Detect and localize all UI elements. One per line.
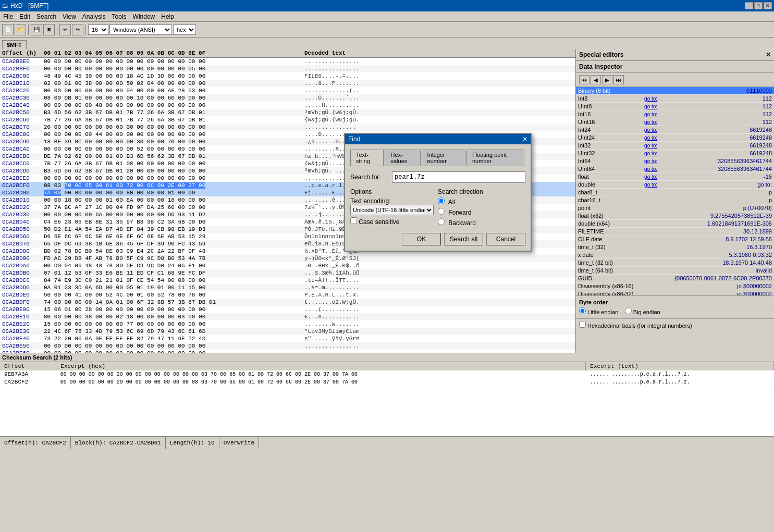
special-editors-close[interactable]: ✕ — [766, 51, 771, 58]
di-last-button[interactable]: ⏭ — [613, 75, 624, 84]
hex-row-bytes[interactable]: 15 06 01 00 28 00 00 00 00 00 00 00 00 0… — [44, 306, 304, 313]
open-button[interactable]: 📂 — [15, 24, 26, 35]
di-goto[interactable] — [642, 259, 661, 267]
big-endian-label[interactable]: Big endian — [625, 309, 660, 315]
hex-row-bytes[interactable]: 7A 00 00 00 00 00 00 00 80 00 00 08 01 0… — [44, 189, 304, 196]
case-sensitive-checkbox[interactable] — [350, 217, 357, 224]
find-tab-int[interactable]: Integer number — [422, 150, 465, 166]
hex-row[interactable]: 0CA2BE2015 00 00 00 00 00 00 00 77 00 00… — [0, 320, 575, 328]
hex-row-bytes[interactable]: 74 00 00 00 00 14 0A 01 00 6F 32 8B 57 3… — [44, 299, 304, 306]
maximize-button[interactable]: □ — [754, 2, 763, 9]
di-goto[interactable] — [642, 228, 661, 236]
di-goto[interactable]: go to: — [642, 173, 661, 181]
menu-window[interactable]: Window — [130, 12, 158, 21]
hex-row-bytes[interactable]: B3 6D 56 62 3B 67 DB 01 20 00 00 00 00 0… — [44, 167, 304, 175]
di-goto[interactable] — [642, 282, 661, 290]
di-goto[interactable]: go to: — [642, 110, 661, 118]
di-goto[interactable] — [642, 275, 661, 282]
data-format-select[interactable]: hex — [173, 24, 196, 35]
find-tab-float[interactable]: Floating point number — [466, 150, 524, 166]
find-tab-hex[interactable]: Hex-values — [385, 150, 420, 166]
menu-edit[interactable]: Edit — [16, 12, 33, 21]
di-prev-button[interactable]: ◀ — [591, 75, 601, 84]
di-first-button[interactable]: ⏮ — [579, 75, 589, 84]
di-goto[interactable] — [642, 196, 661, 204]
di-scroll[interactable]: Binary (8 bit)01110000Int8go to:112UInt8… — [576, 87, 774, 295]
hex-row-bytes[interactable]: 50 D2 81 4A 54 EA 87 48 EF 84 39 CB 98 E… — [44, 226, 304, 233]
di-goto[interactable] — [642, 189, 661, 196]
find-close-button[interactable]: ✕ — [522, 135, 527, 143]
hex-row-bytes[interactable]: 15 00 00 00 00 00 00 00 77 00 00 00 00 0… — [44, 320, 304, 328]
di-goto[interactable] — [642, 204, 661, 212]
hex-row-bytes[interactable]: 00 00 00 00 00 00 00 00 00 00 00 00 00 0… — [44, 350, 304, 353]
di-goto[interactable] — [642, 87, 661, 95]
case-sensitive-label[interactable]: Case sensitive — [350, 218, 399, 226]
close-button[interactable]: ✕ — [764, 2, 772, 9]
hex-row-bytes[interactable]: 08 00 DB 01 00 00 00 00 00 10 00 00 60 0… — [44, 94, 304, 102]
di-goto[interactable]: go to: — [642, 150, 661, 157]
hex-row[interactable]: 0CA2BC0046 49 4C 45 30 00 00 00 18 AC 1D… — [0, 72, 575, 80]
hex-row-bytes[interactable]: BD 02 78 D0 B0 54 8E 03 C9 E4 2C 2A 22 B… — [44, 248, 304, 255]
find-tab-text[interactable]: Text-string — [350, 150, 384, 166]
hex-row-bytes[interactable]: 00 00 00 00 00 00 00 00 00 00 00 00 00 0… — [44, 175, 304, 182]
hex-row-bytes[interactable]: 0A 01 23 3D 0A 6D 00 00 05 01 19 01 00 1… — [44, 284, 304, 291]
hex-row-bytes[interactable]: 22 4C 6F 76 33 4D 79 53 6C 69 6D 79 43 6… — [44, 328, 304, 335]
hex-row-bytes[interactable]: 50 00 00 41 00 00 52 4C 00 01 00 52 78 0… — [44, 291, 304, 299]
di-goto[interactable]: go to: — [642, 95, 661, 103]
hex-row[interactable]: 0CA2BC2000 00 00 00 00 00 00 00 04 00 00… — [0, 87, 575, 94]
hex-row-bytes[interactable]: 00 D0 04 06 48 48 78 80 5F C9 9C D0 24 0… — [44, 262, 304, 269]
hexdec-basis-label[interactable]: Hexadecimal basis (for integral numbers) — [579, 323, 692, 329]
hex-row-bytes[interactable]: DE 7A 02 62 00 00 01 00 B3 6D 56 62 3B 6… — [44, 153, 304, 160]
hex-row[interactable]: 0CA2BDB007 01 12 53 0F 33 E6 BE 11 ED CF… — [0, 269, 575, 277]
hex-row-bytes[interactable]: 37 7A BC AF 27 1C 00 04 FD 9F DA 25 60 0… — [44, 204, 304, 211]
di-goto[interactable]: go to: — [642, 165, 661, 173]
hex-row-bytes[interactable]: 00 00 00 00 00 00 00 00 00 00 00 00 00 0… — [44, 58, 304, 65]
di-goto[interactable] — [642, 267, 661, 275]
menu-file[interactable]: File — [0, 12, 16, 21]
hex-row[interactable]: 0CA2BDA000 D0 04 06 48 48 78 80 5F C9 9C… — [0, 262, 575, 269]
hex-row-bytes[interactable]: C4 E6 23 06 EB 8E 31 35 97 B8 38 C2 3A 6… — [44, 218, 304, 226]
menu-analysis[interactable]: Analysis — [79, 12, 109, 21]
hex-row-bytes[interactable]: 7B 77 26 6A 3B 67 DB 01 08 00 00 00 00 0… — [44, 160, 304, 167]
table-row[interactable]: 9EB7A3A00 00 00 00 00 00 20 00 00 00 00 … — [0, 370, 774, 378]
di-goto[interactable] — [642, 212, 661, 220]
hex-row-bytes[interactable]: 00 00 00 00 00 44 00 00 00 00 00 00 00 0… — [44, 131, 304, 138]
hex-row-bytes[interactable]: 46 49 4C 45 30 00 00 00 18 AC 1D 3D 00 0… — [44, 72, 304, 80]
hex-row[interactable]: 0CA2BDC084 74 E9 3D C0 21 21 01 0F CE 54… — [0, 277, 575, 284]
di-next-button[interactable]: ▶ — [602, 75, 612, 84]
direction-forward-label[interactable]: Forward — [438, 209, 471, 216]
minimize-button[interactable]: ─ — [745, 2, 753, 9]
hex-row[interactable]: 0CA2BBE000 00 00 00 00 00 00 00 00 00 00… — [0, 58, 575, 65]
column-width-select[interactable]: 16 — [88, 24, 108, 35]
hex-row[interactable]: 0CA2BDF074 00 00 00 00 14 0A 01 00 6F 32… — [0, 299, 575, 306]
hex-row-bytes[interactable]: 7B 77 26 6A 3B 67 DB 01 7B 77 26 6A 3B 6… — [44, 116, 304, 123]
menu-search[interactable]: Search — [33, 12, 59, 21]
direction-backward-label[interactable]: Backward — [438, 219, 476, 227]
text-encoding-select[interactable]: Unicode (UTF-16 little endian) — [350, 205, 434, 215]
hex-row[interactable]: 0CA2BC607B 77 26 6A 3B 67 DB 01 7B 77 26… — [0, 116, 575, 123]
hex-row-bytes[interactable]: 00 00 00 00 00 00 00 00 04 00 00 00 AF 2… — [44, 87, 304, 94]
hex-row[interactable]: 0CA2BE5000 00 00 00 00 00 00 00 00 00 00… — [0, 342, 575, 350]
hex-row-bytes[interactable]: 02 00 01 00 38 00 00 00 50 02 04 00 00 0… — [44, 80, 304, 87]
hex-row-bytes[interactable]: 07 01 12 53 0F 33 E6 BE 11 ED CF C1 68 9… — [44, 269, 304, 277]
di-goto[interactable]: go to: — [642, 103, 661, 110]
di-goto[interactable]: go to: — [642, 142, 661, 150]
hex-row-bytes[interactable]: 80 00 00 00 38 00 00 02 18 00 00 00 00 0… — [44, 313, 304, 320]
hex-row[interactable]: 0CA2BE6000 00 00 00 00 00 00 00 00 00 00… — [0, 350, 575, 353]
hex-row-bytes[interactable]: 00 00 18 00 00 00 01 00 EA 00 00 00 18 0… — [44, 196, 304, 204]
hexdec-basis-checkbox[interactable] — [579, 321, 586, 328]
redo-button[interactable]: ↪ — [72, 24, 83, 35]
hex-row-bytes[interactable]: 20 00 00 00 00 00 00 00 00 00 00 00 00 0… — [44, 123, 304, 131]
hex-row-bytes[interactable]: 18 BF 39 0C 00 00 00 00 00 30 00 00 70 0… — [44, 138, 304, 145]
hex-row-bytes[interactable]: 00 00 00 00 00 48 00 00 00 00 00 00 00 0… — [44, 102, 304, 109]
hex-row[interactable]: 0CA2BD90FD AC 29 DB 4F AB 78 B0 5F C9 9C… — [0, 255, 575, 262]
di-goto[interactable] — [642, 236, 661, 243]
hex-row-bytes[interactable]: 00 00 00 00 00 00 00 00 00 00 00 00 00 0… — [44, 65, 304, 72]
hex-row-bytes[interactable]: 65 DF DC 69 38 1B 6E 86 45 6F CF 39 90 F… — [44, 240, 304, 248]
tab-mft[interactable]: $MFT — [2, 40, 27, 49]
hex-row-bytes[interactable]: 08 03 70 00 65 00 61 00 72 00 6C 00 2E 0… — [44, 182, 304, 189]
new-button[interactable]: 📄 — [2, 24, 14, 35]
hex-row-bytes[interactable]: FD AC 29 DB 4F AB 78 B0 5F C9 9C D8 B0 5… — [44, 255, 304, 262]
table-row[interactable]: CA2BCF200 00 00 00 00 00 20 00 00 00 00 … — [0, 378, 774, 386]
hex-row[interactable]: 0CA2BC1002 00 01 00 38 00 00 00 50 02 04… — [0, 80, 575, 87]
